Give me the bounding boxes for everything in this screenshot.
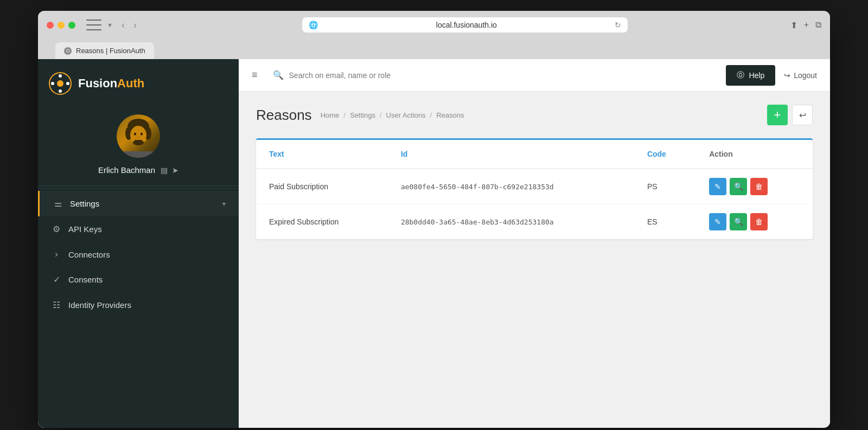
help-button[interactable]: ⓪ Help xyxy=(726,65,775,86)
row1-actions: ✎ 🔍 🗑 xyxy=(696,169,813,204)
settings-icon: ⚌ xyxy=(53,198,63,209)
sidebar-item-api-keys[interactable]: ⚙ API Keys xyxy=(38,216,239,242)
tab-favicon: ⊙ xyxy=(64,47,72,55)
table-row: Expired Subscription 28b0dd40-3a65-48ae-… xyxy=(256,204,813,240)
identity-providers-icon: ☷ xyxy=(51,300,62,310)
breadcrumb-reasons: Reasons xyxy=(436,111,464,119)
add-button[interactable]: + xyxy=(767,105,788,125)
row2-actions: ✎ 🔍 🗑 xyxy=(696,204,813,240)
logout-button[interactable]: ↪ Logout xyxy=(784,71,817,80)
nav-divider-top xyxy=(38,188,239,189)
user-name-row: Erlich Bachman ▤ ➤ xyxy=(98,165,178,175)
page-header-left: Reasons Home / Settings / User Actions /… xyxy=(256,107,464,124)
active-tab[interactable]: ⊙ Reasons | FusionAuth xyxy=(55,42,154,59)
sidebar-item-label-identity-providers: Identity Providers xyxy=(68,300,131,310)
maximize-traffic-light[interactable] xyxy=(68,22,75,29)
search-input[interactable] xyxy=(289,71,711,80)
table-header-row: Text Id Code Action xyxy=(256,140,813,169)
row1-edit-button[interactable]: ✎ xyxy=(709,178,726,195)
breadcrumb-user-actions[interactable]: User Actions xyxy=(386,111,426,119)
refresh-icon[interactable]: ↻ xyxy=(615,21,621,29)
avatar-image xyxy=(117,114,160,158)
user-location-icon[interactable]: ➤ xyxy=(172,166,178,175)
traffic-lights xyxy=(47,22,75,29)
row2-view-button[interactable]: 🔍 xyxy=(730,213,747,230)
search-wrapper: 🔍 xyxy=(266,70,718,80)
nav-arrows: ‹ › xyxy=(118,18,140,32)
col-header-text: Text xyxy=(256,140,388,169)
content-area: Reasons Home / Settings / User Actions /… xyxy=(239,92,830,428)
search-icon: 🔍 xyxy=(273,70,284,80)
svg-point-4 xyxy=(51,82,54,85)
help-icon: ⓪ xyxy=(737,70,744,80)
svg-point-14 xyxy=(133,140,144,145)
sidebar-item-consents[interactable]: ✓ Consents xyxy=(38,267,239,292)
share-icon[interactable]: ⬆ xyxy=(790,20,797,30)
svg-point-11 xyxy=(134,133,136,136)
address-bar[interactable]: 🌐 ↻ xyxy=(302,17,628,33)
tab-title: Reasons | FusionAuth xyxy=(76,47,145,55)
sidebar-toggle-icon[interactable] xyxy=(86,20,101,30)
row1-code: PS xyxy=(634,169,696,204)
breadcrumb-home[interactable]: Home xyxy=(321,111,340,119)
chevron-down-icon: ▾ xyxy=(222,200,226,208)
page-header: Reasons Home / Settings / User Actions /… xyxy=(256,105,813,125)
browser-controls: ▾ ‹ › 🌐 ↻ ⬆ + ⧉ xyxy=(47,17,821,33)
browser-window: ▾ ‹ › 🌐 ↻ ⬆ + ⧉ ⊙ Re xyxy=(38,11,830,428)
browser-actions: ⬆ + ⧉ xyxy=(790,20,821,30)
sidebar-item-label-settings: Settings xyxy=(70,199,99,208)
row2-delete-button[interactable]: 🗑 xyxy=(750,213,768,230)
page-header-right: + ↩ xyxy=(767,105,813,125)
api-keys-icon: ⚙ xyxy=(51,224,62,234)
help-label: Help xyxy=(749,71,764,80)
row2-edit-button[interactable]: ✎ xyxy=(709,213,726,230)
svg-point-13 xyxy=(138,137,139,138)
app-body: FusionAuth xyxy=(38,59,830,428)
sidebar-item-label-connectors: Connectors xyxy=(68,250,110,259)
row2-text: Expired Subscription xyxy=(256,204,388,240)
user-card-icon[interactable]: ▤ xyxy=(161,166,168,175)
logout-label: Logout xyxy=(794,71,817,80)
tabs-icon[interactable]: ⧉ xyxy=(815,20,821,30)
svg-point-12 xyxy=(141,133,143,136)
main-content: ≡ 🔍 ⓪ Help ↪ Logout xyxy=(239,59,830,428)
new-tab-icon[interactable]: + xyxy=(804,20,809,30)
hamburger-icon[interactable]: ≡ xyxy=(252,69,258,81)
svg-point-1 xyxy=(57,80,63,87)
row1-view-button[interactable]: 🔍 xyxy=(730,178,747,195)
sidebar-item-settings[interactable]: ⚌ Settings ▾ xyxy=(38,191,239,216)
sidebar-item-identity-providers[interactable]: ☷ Identity Providers xyxy=(38,292,239,318)
svg-point-5 xyxy=(66,82,69,85)
svg-rect-15 xyxy=(122,151,155,158)
svg-point-2 xyxy=(59,74,62,78)
forward-arrow[interactable]: › xyxy=(130,18,140,32)
sidebar-item-connectors[interactable]: › Connectors xyxy=(38,242,239,267)
row1-id: ae080fe4-5650-484f-807b-c692e218353d xyxy=(388,169,634,204)
col-header-action: Action xyxy=(696,140,813,169)
page-title: Reasons xyxy=(256,107,312,124)
breadcrumb-settings[interactable]: Settings xyxy=(350,111,375,119)
logo-text: FusionAuth xyxy=(78,76,144,91)
reasons-table: Text Id Code Action Paid Subscription ae… xyxy=(256,140,813,239)
back-arrow[interactable]: ‹ xyxy=(118,18,128,32)
user-action-icons: ▤ ➤ xyxy=(161,166,178,175)
row1-text: Paid Subscription xyxy=(256,169,388,204)
breadcrumb-sep-3: / xyxy=(430,111,432,119)
user-section: Erlich Bachman ▤ ➤ xyxy=(38,106,239,186)
close-traffic-light[interactable] xyxy=(47,22,54,29)
sidebar-item-label-api-keys: API Keys xyxy=(68,224,102,234)
row1-delete-button[interactable]: 🗑 xyxy=(750,178,768,195)
tab-bar: ⊙ Reasons | FusionAuth xyxy=(47,38,821,59)
url-input[interactable] xyxy=(322,21,610,29)
consents-icon: ✓ xyxy=(51,274,62,285)
avatar xyxy=(117,114,160,158)
row2-id: 28b0dd40-3a65-48ae-8eb3-4d63d253180a xyxy=(388,204,634,240)
row1-action-buttons: ✎ 🔍 🗑 xyxy=(709,178,800,195)
col-header-code: Code xyxy=(634,140,696,169)
minimize-traffic-light[interactable] xyxy=(58,22,65,29)
svg-point-3 xyxy=(59,89,62,93)
back-button[interactable]: ↩ xyxy=(792,105,813,125)
breadcrumb-sep-1: / xyxy=(343,111,346,119)
user-name: Erlich Bachman xyxy=(98,165,155,175)
logo-auth: Auth xyxy=(117,76,144,90)
